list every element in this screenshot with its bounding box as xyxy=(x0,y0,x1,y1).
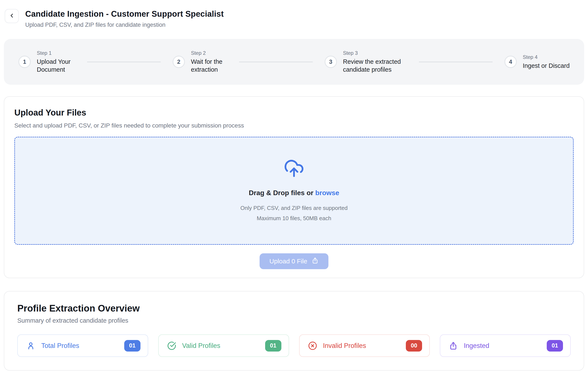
stat-label: Invalid Profiles xyxy=(323,342,366,350)
stepper-step-ingest: 4 Step 4 Ingest or Discard xyxy=(504,54,570,70)
step-2-title: Wait for the extraction xyxy=(191,58,227,73)
step-3-label: Step 3 xyxy=(343,50,407,56)
cloud-upload-icon xyxy=(283,158,305,180)
stat-count-badge: 01 xyxy=(547,340,563,352)
stepper-step-extraction: 2 Step 2 Wait for the extraction xyxy=(173,50,227,73)
check-circle-icon xyxy=(167,341,176,350)
file-dropzone[interactable]: Drag & Drop files or browse Only PDF, CS… xyxy=(14,137,574,245)
step-4-circle: 4 xyxy=(504,56,517,68)
step-2-label: Step 2 xyxy=(191,50,227,56)
dropzone-limits: Maximum 10 files, 50MB each xyxy=(240,213,347,223)
step-2-circle: 2 xyxy=(173,56,185,68)
stat-label: Valid Profiles xyxy=(182,342,220,350)
chevron-left-icon xyxy=(9,12,15,20)
step-3-title: Review the extracted candidate profiles xyxy=(343,58,407,73)
step-connector xyxy=(239,62,313,62)
stat-label: Total Profiles xyxy=(41,342,79,350)
overview-title: Profile Extraction Overview xyxy=(17,303,571,314)
dropzone-supported-formats: Only PDF, CSV, and ZIP files are support… xyxy=(240,203,347,213)
dropzone-support-text: Only PDF, CSV, and ZIP files are support… xyxy=(240,203,347,223)
overview-subtitle: Summary of extracted candidate profiles xyxy=(17,317,571,324)
upload-card-subtitle: Select and upload PDF, CSV, or ZIP files… xyxy=(14,122,574,129)
step-3-circle: 3 xyxy=(325,56,337,68)
x-circle-icon xyxy=(308,341,317,350)
back-button[interactable] xyxy=(5,9,19,23)
upload-button-label: Upload 0 File xyxy=(269,258,307,265)
step-4-title: Ingest or Discard xyxy=(523,62,570,70)
step-4-label: Step 4 xyxy=(523,54,570,60)
stat-count-badge: 00 xyxy=(406,340,422,352)
stat-label: Ingested xyxy=(464,342,489,350)
profile-extraction-overview-card: Profile Extraction Overview Summary of e… xyxy=(4,291,584,371)
stat-card-valid-profiles: Valid Profiles 01 xyxy=(158,334,289,357)
browse-link[interactable]: browse xyxy=(315,189,339,197)
page-subtitle: Upload PDF, CSV, and ZIP files for candi… xyxy=(25,22,224,28)
upload-icon xyxy=(312,257,319,266)
stat-card-invalid-profiles: Invalid Profiles 00 xyxy=(299,334,430,357)
stat-count-badge: 01 xyxy=(124,340,141,352)
step-1-label: Step 1 xyxy=(37,50,75,56)
stat-card-ingested: Ingested 01 xyxy=(440,334,571,357)
stat-card-total-profiles: Total Profiles 01 xyxy=(17,334,148,357)
dropzone-headline: Drag & Drop files or browse xyxy=(249,189,339,197)
dropzone-headline-text: Drag & Drop files or xyxy=(249,189,315,197)
page-title: Candidate Ingestion - Customer Support S… xyxy=(25,9,224,19)
progress-stepper: 1 Step 1 Upload Your Document 2 Step 2 W… xyxy=(4,39,584,85)
upload-icon xyxy=(449,341,458,350)
step-connector xyxy=(419,62,493,62)
step-connector xyxy=(87,62,161,62)
upload-files-card: Upload Your Files Select and upload PDF,… xyxy=(4,96,584,278)
upload-button[interactable]: Upload 0 File xyxy=(260,253,328,269)
step-1-circle: 1 xyxy=(18,56,31,68)
stat-count-badge: 01 xyxy=(265,340,281,352)
stats-row: Total Profiles 01 Valid Profiles 01 xyxy=(17,334,571,357)
stepper-step-upload: 1 Step 1 Upload Your Document xyxy=(18,50,75,73)
upload-card-title: Upload Your Files xyxy=(14,108,574,117)
page-header: Candidate Ingestion - Customer Support S… xyxy=(0,0,588,28)
user-icon xyxy=(26,341,35,350)
step-1-title: Upload Your Document xyxy=(37,58,75,73)
stepper-step-review: 3 Step 3 Review the extracted candidate … xyxy=(325,50,407,73)
header-text: Candidate Ingestion - Customer Support S… xyxy=(25,9,224,28)
